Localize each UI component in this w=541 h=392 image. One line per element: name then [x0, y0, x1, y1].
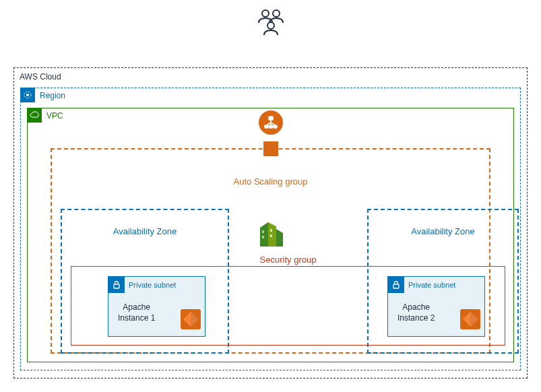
svg-rect-7: [269, 125, 272, 128]
svg-rect-15: [393, 284, 399, 288]
svg-rect-6: [265, 125, 268, 128]
asg-badge-icon: [263, 141, 278, 156]
vpc-label: VPC: [46, 111, 63, 121]
svg-point-1: [273, 10, 280, 17]
vpc-badge-icon: [27, 108, 42, 123]
svg-rect-9: [262, 230, 264, 233]
subnet-left-label: Private subnet: [129, 281, 176, 289]
load-balancer-icon: [259, 110, 283, 135]
subnet-right-label: Private subnet: [408, 281, 455, 289]
aws-cloud-label: AWS Cloud: [20, 72, 61, 81]
svg-rect-12: [270, 234, 272, 237]
svg-point-0: [262, 10, 269, 17]
datacenter-icon: [256, 216, 286, 250]
svg-rect-11: [270, 229, 272, 232]
az-right-label: Availability Zone: [411, 226, 474, 236]
instance-2-label: ApacheInstance 2: [397, 302, 435, 323]
instance-1-label: ApacheInstance 1: [118, 302, 155, 323]
asg-label: Auto Scaling group: [234, 176, 308, 187]
region-label: Region: [40, 91, 65, 100]
users-icon: [255, 8, 287, 40]
svg-point-3: [26, 94, 29, 96]
subnet-badge-icon: [108, 277, 125, 293]
svg-rect-5: [269, 117, 273, 120]
subnet-badge-icon: [388, 277, 404, 293]
svg-rect-8: [274, 125, 277, 128]
az-left-label: Availability Zone: [113, 226, 177, 236]
ec2-instance-icon: [179, 308, 202, 331]
sg-label: Security group: [260, 255, 317, 265]
private-subnet-left: Private subnet ApacheInstance 1: [108, 276, 205, 337]
ec2-instance-icon: [459, 308, 482, 331]
svg-rect-10: [262, 236, 264, 238]
svg-rect-13: [114, 284, 119, 288]
region-badge-icon: [20, 88, 35, 102]
svg-point-2: [267, 22, 274, 29]
private-subnet-right: Private subnet ApacheInstance 2: [387, 276, 485, 337]
